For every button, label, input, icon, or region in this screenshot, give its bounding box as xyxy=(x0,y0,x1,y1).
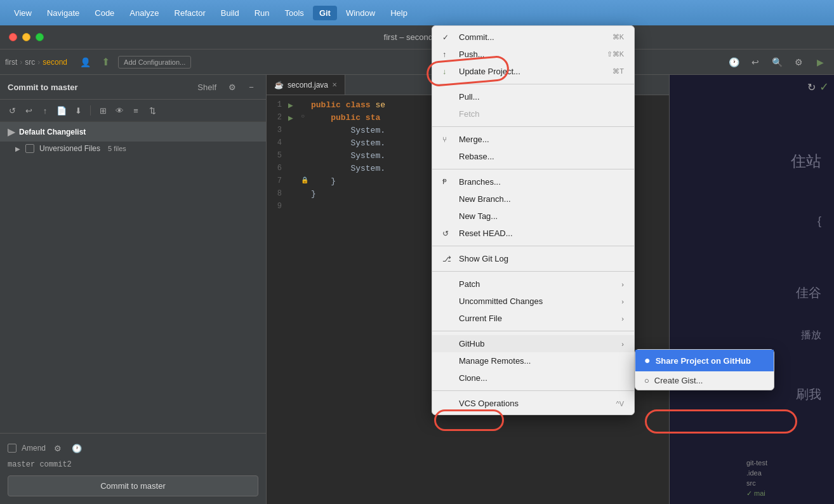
bg-decoration-5: 刷我 xyxy=(796,386,821,403)
commit-shortcut: ⌘K xyxy=(612,33,624,41)
menu-navigate[interactable]: Navigate xyxy=(41,6,86,20)
menu-item-uncommitted[interactable]: Uncommitted Changes › xyxy=(432,293,634,310)
menu-item-pull[interactable]: Pull... xyxy=(432,88,634,105)
move-icon[interactable]: ↑ xyxy=(38,103,52,117)
commit-minus-icon[interactable]: − xyxy=(244,80,258,94)
sidebar-item-git-test[interactable]: git-test xyxy=(744,458,829,468)
stage-icon[interactable]: ⬇ xyxy=(71,103,85,117)
sort-icon[interactable]: ⇅ xyxy=(145,103,159,117)
vcs-user-icon[interactable]: 👤 xyxy=(76,54,94,70)
refresh-icon[interactable]: ↺ xyxy=(5,103,19,117)
undo-icon[interactable]: ↩ xyxy=(746,54,764,70)
maximize-button[interactable] xyxy=(36,33,44,41)
menu-item-merge[interactable]: ⑂ Merge... xyxy=(432,131,634,148)
list-icon[interactable]: ≡ xyxy=(129,103,143,117)
menu-analyze[interactable]: Analyze xyxy=(123,6,165,20)
commit-button-row: Commit to master xyxy=(8,475,258,496)
branches-label: Branches... xyxy=(459,177,624,187)
changelist-header[interactable]: ▶ Default Changelist xyxy=(0,122,266,142)
gist-icon: ○ xyxy=(644,376,649,385)
bg-decoration-2: { xyxy=(817,215,821,228)
current-file-arrow-icon: › xyxy=(621,315,624,322)
breadcrumb-project[interactable]: first xyxy=(5,58,17,67)
breadcrumb-file[interactable]: second xyxy=(43,58,67,67)
uncommitted-arrow-icon: › xyxy=(621,298,624,305)
github-submenu[interactable]: ● Share Project on GitHub ○ Create Gist.… xyxy=(635,349,774,390)
menu-item-patch[interactable]: Patch › xyxy=(432,275,634,293)
commit-master-button[interactable]: Commit to master xyxy=(8,475,258,496)
menu-run[interactable]: Run xyxy=(248,6,276,20)
patch-arrow-icon: › xyxy=(621,281,624,288)
menu-item-current-file[interactable]: Current File › xyxy=(432,310,634,327)
uncommitted-label: Uncommitted Changes xyxy=(459,296,616,306)
amend-checkbox[interactable] xyxy=(8,444,17,453)
run-icon[interactable]: ▶ xyxy=(811,54,829,70)
menu-build[interactable]: Build xyxy=(215,6,246,20)
sidebar-item-src[interactable]: src xyxy=(744,478,829,488)
git-log-label: Show Git Log xyxy=(459,254,624,263)
amend-history-icon[interactable]: 🕐 xyxy=(70,441,84,455)
search-icon[interactable]: 🔍 xyxy=(768,54,786,70)
menu-item-push[interactable]: ↑ Push... ⇧⌘K xyxy=(432,46,634,63)
commit-settings-icon[interactable]: ⚙ xyxy=(225,80,239,94)
commit-header: Commit to master Shelf ⚙ − xyxy=(0,75,266,100)
patch-label: Patch xyxy=(459,279,616,289)
menu-item-vcs-operations[interactable]: VCS Operations ^V xyxy=(432,395,634,412)
create-gist-item[interactable]: ○ Create Gist... xyxy=(635,371,774,390)
menu-item-update[interactable]: ↓ Update Project... ⌘T xyxy=(432,63,634,80)
menu-item-rebase[interactable]: Rebase... xyxy=(432,148,634,165)
shelf-button[interactable]: Shelf xyxy=(194,81,220,93)
amend-label: Amend xyxy=(22,444,46,453)
commit-message: master commit2 xyxy=(8,460,258,469)
unversioned-files-item[interactable]: ▶ Unversioned Files 5 files xyxy=(0,142,266,156)
tab-close-icon[interactable]: ✕ xyxy=(332,81,337,88)
push-shortcut: ⇧⌘K xyxy=(607,50,624,58)
menu-item-commit[interactable]: ✓ Commit... ⌘K xyxy=(432,29,634,46)
commit-icon: ✓ xyxy=(442,33,454,42)
add-configuration-button[interactable]: Add Configuration... xyxy=(118,56,191,69)
checkmark-icon: ✓ xyxy=(819,80,829,94)
diff-icon[interactable]: 📄 xyxy=(55,103,69,117)
main-layout: Commit to master Shelf ⚙ − ↺ ↩ ↑ 📄 ⬇ ⊞ 👁… xyxy=(0,75,834,504)
menu-tools[interactable]: Tools xyxy=(279,6,310,20)
menu-item-clone[interactable]: Clone... xyxy=(432,369,634,387)
tab-second-java[interactable]: ☕ second.java ✕ xyxy=(267,75,345,95)
menu-git[interactable]: Git xyxy=(313,6,337,20)
menu-view[interactable]: View xyxy=(8,6,38,20)
breadcrumb-src[interactable]: src xyxy=(25,58,35,67)
settings-icon[interactable]: ⚙ xyxy=(790,54,807,70)
undo-change-icon[interactable]: ↩ xyxy=(22,103,36,117)
close-button[interactable] xyxy=(9,33,17,41)
menu-item-new-branch[interactable]: New Branch... xyxy=(432,190,634,208)
share-project-github-button[interactable]: ● Share Project on GitHub xyxy=(635,350,774,371)
reset-icon: ↺ xyxy=(442,229,454,238)
titlebar: first – second.java xyxy=(0,25,834,50)
merge-label: Merge... xyxy=(459,135,624,144)
create-gist-label: Create Gist... xyxy=(654,376,703,385)
menu-window[interactable]: Window xyxy=(340,6,381,20)
menu-help[interactable]: Help xyxy=(384,6,414,20)
grid-icon[interactable]: ⊞ xyxy=(96,103,110,117)
menu-item-branches[interactable]: Ᵽ Branches... xyxy=(432,173,634,190)
vcs-arrow-icon[interactable]: ⬆ xyxy=(96,54,114,70)
unversioned-checkbox[interactable] xyxy=(25,144,34,153)
menu-refactor[interactable]: Refactor xyxy=(168,6,212,20)
current-file-label: Current File xyxy=(459,314,616,323)
git-log-icon: ⎇ xyxy=(442,255,454,263)
menu-item-github[interactable]: GitHub › xyxy=(432,335,634,352)
history-icon[interactable]: 🕐 xyxy=(725,54,743,70)
menu-item-reset-head[interactable]: ↺ Reset HEAD... xyxy=(432,225,634,242)
menu-item-manage-remotes[interactable]: Manage Remotes... xyxy=(432,352,634,369)
update-shortcut: ⌘T xyxy=(612,67,624,76)
sidebar-item-mai[interactable]: ✓ mai xyxy=(744,488,829,499)
menu-item-show-git-log[interactable]: ⎇ Show Git Log xyxy=(432,250,634,267)
refresh-icon[interactable]: ↻ xyxy=(807,81,816,93)
menu-item-new-tag[interactable]: New Tag... xyxy=(432,208,634,225)
file-count: 5 files xyxy=(108,145,126,152)
amend-settings-icon[interactable]: ⚙ xyxy=(51,441,65,455)
minimize-button[interactable] xyxy=(22,33,30,41)
menu-code[interactable]: Code xyxy=(88,6,121,20)
sidebar-item-idea[interactable]: .idea xyxy=(744,468,829,478)
git-dropdown-menu[interactable]: ✓ Commit... ⌘K ↑ Push... ⇧⌘K ↓ Update Pr… xyxy=(432,25,635,415)
eye-icon[interactable]: 👁 xyxy=(112,103,126,117)
